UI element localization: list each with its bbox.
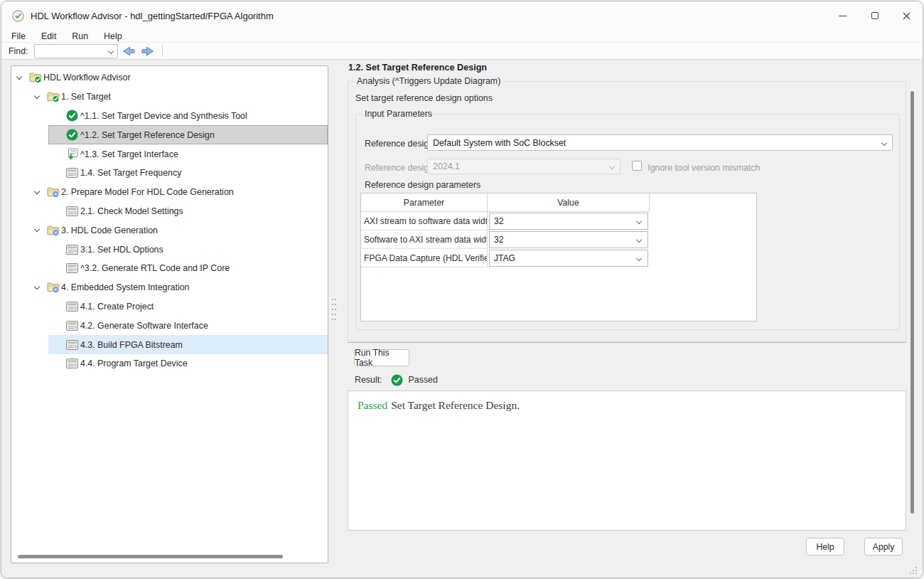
form-arrow-icon [66, 148, 80, 160]
folder-check-icon [47, 91, 61, 102]
tree-item-4-1-create-project[interactable]: 4.1. Create Project [48, 297, 328, 317]
section-separator [348, 342, 906, 343]
task-icon [66, 168, 80, 178]
tree-item-label: 4.2. Generate Software Interface [80, 321, 208, 331]
tree-item-label: 1. Set Target [61, 92, 111, 102]
tree-item-label: ^1.1. Set Target Device and Synthesis To… [80, 111, 247, 121]
statusbar [1, 564, 923, 578]
analysis-group: Analysis (^Triggers Update Diagram) Set … [348, 81, 906, 341]
tree-item-label: 3. HDL Code Generation [61, 225, 158, 235]
table-row: Software to AXI stream data width32 [361, 230, 650, 249]
tree-item-4-embedded-system-integration[interactable]: 4. Embedded System Integration [29, 278, 328, 297]
minimize-button[interactable] [827, 1, 859, 30]
chevron-down-icon [107, 48, 113, 53]
task-icon [66, 340, 80, 350]
panel-splitter[interactable] [331, 299, 338, 320]
parameter-name-cell: Software to AXI stream data width [361, 230, 488, 249]
app-icon [12, 10, 24, 22]
result-status: Passed [409, 375, 438, 385]
tool-version-select[interactable]: 2024.1 [427, 159, 621, 174]
find-previous-button[interactable] [120, 44, 137, 58]
reference-design-select[interactable]: Default System with SoC Blockset [427, 134, 893, 151]
tree-item-label: HDL Workflow Advisor [43, 73, 131, 83]
tree-expander-icon[interactable] [35, 96, 47, 98]
chevron-down-icon [609, 164, 615, 169]
tree-item-label: 4.3. Build FPGA Bitstream [80, 340, 183, 350]
find-input[interactable] [34, 44, 118, 58]
tree-expander-icon[interactable] [35, 191, 47, 193]
apply-button[interactable]: Apply [864, 538, 903, 556]
tree-item-3-1-set-hdl-options[interactable]: 3.1. Set HDL Options [48, 240, 328, 259]
find-next-button[interactable] [139, 44, 156, 58]
panel-vertical-scrollbar[interactable] [910, 91, 914, 514]
tree-item-label: 3.1. Set HDL Options [80, 245, 163, 255]
tree-expander-icon[interactable] [35, 229, 47, 231]
tree-item-4-2-generate-software-interface[interactable]: 4.2. Generate Software Interface [48, 316, 328, 335]
tree-item-1-1-set-target-device-and-synthesis-tool[interactable]: ^1.1. Set Target Device and Synthesis To… [48, 107, 328, 126]
run-this-task-button[interactable]: Run This Task [354, 349, 409, 366]
tree-item-1-2-set-target-reference-design[interactable]: ^1.2. Set Target Reference Design [48, 125, 328, 144]
result-label: Result: [355, 375, 382, 385]
chevron-down-icon [636, 255, 642, 261]
find-label: Find: [9, 46, 28, 56]
maximize-icon [871, 12, 879, 19]
parameter-value-select[interactable]: 32 [489, 213, 648, 230]
folder-gear-icon [47, 225, 61, 236]
task-icon [66, 206, 80, 216]
workflow-tree-panel: HDL Workflow Advisor1. Set Target^1.1. S… [11, 65, 328, 563]
tree-expander-icon[interactable] [17, 77, 29, 79]
parameter-value-select[interactable]: 32 [489, 231, 648, 248]
tree-item-hdl-workflow-advisor[interactable]: HDL Workflow Advisor [11, 68, 328, 87]
menu-edit[interactable]: Edit [33, 30, 64, 43]
tree-item-2-1-check-model-settings[interactable]: 2.1. Check Model Settings [48, 202, 328, 221]
ignore-tool-version-checkbox[interactable] [632, 161, 642, 171]
check-circle-icon [66, 129, 80, 141]
chevron-down-icon [881, 139, 887, 145]
task-icon [66, 302, 80, 312]
result-message-text: Set Target Reference Design. [391, 399, 520, 411]
maximize-button[interactable] [859, 1, 891, 30]
passed-check-icon [391, 374, 403, 386]
tree-item-3-hdl-code-generation[interactable]: 3. HDL Code Generation [29, 221, 328, 240]
task-icon [66, 358, 80, 368]
tree-item-1-3-set-target-interface[interactable]: ^1.3. Set Target Interface [48, 144, 328, 164]
help-button[interactable]: Help [806, 538, 844, 556]
folder-gear-icon [47, 186, 61, 198]
close-button[interactable] [891, 1, 923, 30]
chevron-down-icon [636, 237, 642, 243]
ignore-tool-version-label: Ignore tool version mismatch [648, 163, 760, 173]
check-circle-icon [66, 110, 80, 122]
menu-help[interactable]: Help [96, 30, 129, 43]
tree-item-label: 2. Prepare Model For HDL Code Generation [61, 187, 234, 197]
tree-item-4-4-program-target-device[interactable]: 4.4. Program Target Device [48, 354, 328, 373]
tree-item-1-4-set-target-frequency[interactable]: 1.4. Set Target Frequency [48, 164, 328, 183]
arrow-left-icon [122, 46, 136, 57]
tree-item-label: 4.4. Program Target Device [80, 358, 188, 368]
tree-item-label: 4.1. Create Project [80, 302, 154, 312]
tree-item-label: 1.4. Set Target Frequency [80, 168, 181, 178]
menu-file[interactable]: File [1, 30, 33, 43]
parameter-value-select[interactable]: JTAG [489, 250, 648, 267]
tree-item-label: 2.1. Check Model Settings [80, 206, 183, 216]
result-message-status: Passed [358, 399, 387, 411]
resize-grip-icon[interactable] [910, 567, 917, 574]
toolbar-separator [162, 45, 163, 57]
column-header-value: Value [488, 193, 650, 211]
task-icon [66, 245, 80, 255]
parameters-table: Parameter Value AXI stream to software d… [360, 193, 757, 322]
parameter-name-cell: FPGA Data Capture (HDL Verifier req... [361, 249, 488, 267]
chevron-down-icon [636, 218, 642, 224]
tree-horizontal-scrollbar[interactable] [18, 555, 283, 558]
menu-run[interactable]: Run [64, 30, 96, 43]
table-row: AXI stream to software data width32 [361, 212, 650, 230]
tree-item-1-set-target[interactable]: 1. Set Target [29, 87, 328, 107]
result-row: Result: Passed [355, 373, 438, 386]
hdl-workflow-advisor-window: HDL Workflow Advisor - hdl_gettingStarte… [1, 1, 923, 578]
table-header: Parameter Value [361, 193, 650, 212]
tree-item-4-3-build-fpga-bitstream[interactable]: 4.3. Build FPGA Bitstream [48, 335, 328, 354]
window-title: HDL Workflow Advisor - hdl_gettingStarte… [31, 11, 274, 21]
tree-item-2-prepare-model-for-hdl-code-generation[interactable]: 2. Prepare Model For HDL Code Generation [29, 183, 328, 202]
tree-expander-icon[interactable] [35, 287, 47, 289]
tree-item-3-2-generate-rtl-code-and-ip-core[interactable]: ^3.2. Generate RTL Code and IP Core [48, 259, 328, 278]
titlebar: HDL Workflow Advisor - hdl_gettingStarte… [1, 1, 923, 30]
